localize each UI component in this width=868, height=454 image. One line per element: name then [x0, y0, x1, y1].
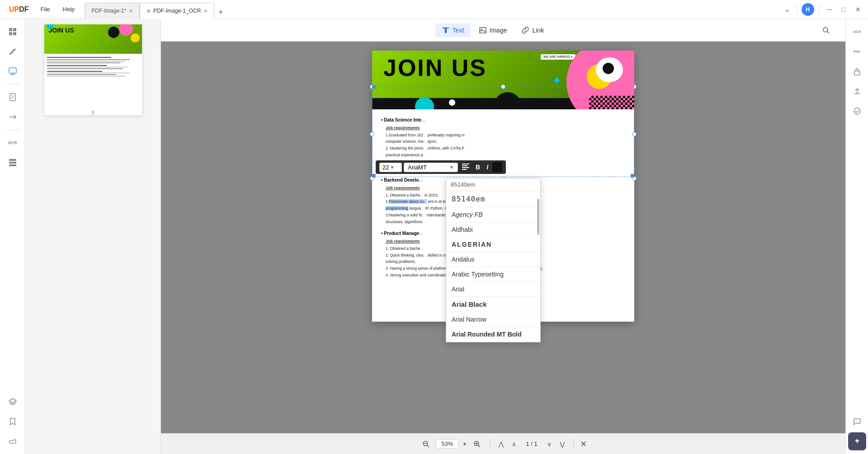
font-name-arrow[interactable]: ▼: [449, 165, 454, 170]
color-swatch[interactable]: [492, 162, 502, 172]
title-bar: UPDF File Help PDF-Image-1* ✕ ⊕ PDF-Imag…: [0, 0, 868, 19]
font-scrollbar[interactable]: [537, 199, 539, 235]
doc-text-ds-2: computer science, ma... ajors;: [386, 139, 625, 145]
font-item-algerian[interactable]: ALGERIAN: [446, 237, 540, 252]
svg-point-32: [854, 108, 860, 114]
tab-close-1[interactable]: ✕: [129, 8, 133, 14]
sidebar-icon-organize[interactable]: [4, 154, 22, 172]
thumbnail-page-1[interactable]: JOIN US: [44, 24, 142, 115]
next-page-button[interactable]: ∨: [545, 440, 554, 449]
add-tab-button[interactable]: +: [214, 6, 227, 19]
menu-bar: File Help: [34, 0, 81, 19]
font-item-arial-rounded[interactable]: Arial Rounded MT Bold: [446, 327, 540, 342]
handle-top-mid[interactable]: [501, 84, 505, 89]
zoom-dropdown-button[interactable]: ▼: [462, 441, 467, 447]
user-avatar[interactable]: H: [802, 3, 814, 16]
svg-rect-12: [9, 162, 16, 164]
zoom-level-display: 53%: [436, 439, 458, 449]
first-page-button[interactable]: ⋀: [496, 440, 506, 449]
format-toolbar: 22 ▼ AriaMT ▼: [376, 160, 506, 174]
font-name-selector[interactable]: AriaMT ▼: [404, 163, 458, 172]
svg-rect-16: [480, 28, 486, 33]
right-sidebar-icon-ocr[interactable]: OCR: [848, 23, 866, 41]
search-button[interactable]: [816, 23, 836, 37]
logo-up: UP: [9, 5, 19, 14]
svg-rect-2: [9, 32, 12, 35]
resize-corner-tl[interactable]: [372, 85, 376, 89]
right-sidebar-icon-pdf[interactable]: PDF: [848, 42, 866, 61]
doc-text-ds-4: practical experience p...: [386, 152, 625, 158]
section-title-data-science: • Data Science Inte...: [381, 117, 625, 123]
font-search-input[interactable]: [446, 178, 540, 191]
tab-pdf-image-1-ocr[interactable]: ⊕ PDF-Image-1_OCR ✕: [140, 3, 214, 19]
decor-eye-area: [596, 57, 623, 82]
right-sidebar-icon-check[interactable]: [848, 102, 866, 120]
right-sidebar-icon-upload[interactable]: [848, 82, 866, 100]
font-item-aldhabi[interactable]: Aldhabi: [446, 222, 540, 237]
font-item-arial-black[interactable]: Arial Black: [446, 297, 540, 312]
right-sidebar-icon-lock[interactable]: [848, 62, 866, 80]
svg-rect-15: [445, 28, 447, 33]
thumbnail-image: JOIN US: [44, 24, 142, 108]
decor-checker: [589, 96, 634, 109]
maximize-button[interactable]: □: [838, 4, 849, 15]
align-button[interactable]: [460, 163, 472, 172]
text-label: Text: [453, 27, 464, 34]
app-logo[interactable]: UPDF: [4, 5, 34, 14]
window-list-button[interactable]: ⌄: [783, 3, 792, 15]
font-item-agency[interactable]: Agency FB: [446, 207, 540, 222]
svg-line-19: [827, 32, 829, 33]
link-tool-button[interactable]: Link: [515, 23, 550, 37]
right-sidebar-icon-magic[interactable]: [848, 432, 866, 450]
sidebar-icon-bookmark[interactable]: [4, 412, 22, 431]
bold-button[interactable]: B: [473, 163, 482, 172]
menu-help[interactable]: Help: [57, 0, 81, 19]
decor-star: ✦: [552, 73, 562, 88]
font-size-arrow[interactable]: ▼: [390, 165, 394, 170]
tab-pdf-image-1[interactable]: PDF-Image-1* ✕: [85, 3, 140, 19]
font-item-arabic[interactable]: Arabic Typesetting: [446, 267, 540, 282]
text-tool-button[interactable]: Text: [435, 23, 471, 37]
sidebar-icon-thumbnail[interactable]: [4, 23, 22, 41]
sidebar-icon-edit[interactable]: [4, 42, 22, 61]
sidebar-icon-layers[interactable]: [4, 393, 22, 411]
font-list: 85140em Agency FB Aldhabi ALGERIAN Andal…: [446, 191, 540, 342]
page-canvas[interactable]: JOIN US WE ARE HIRINGS ▸: [161, 42, 845, 433]
image-tool-button[interactable]: Image: [472, 23, 514, 37]
menu-file[interactable]: File: [34, 0, 57, 19]
italic-button[interactable]: I: [484, 163, 491, 172]
prev-page-button[interactable]: ∧: [509, 440, 519, 449]
close-button[interactable]: ✕: [852, 4, 864, 15]
handle-mid-left[interactable]: [370, 132, 374, 136]
align-icon: [462, 164, 469, 170]
sidebar-icon-convert[interactable]: [4, 108, 22, 126]
font-item-851[interactable]: 85140em: [446, 191, 540, 207]
zoom-out-button[interactable]: [420, 438, 432, 450]
minimize-button[interactable]: ─: [824, 4, 835, 15]
image-label: Image: [490, 27, 507, 34]
tab-close-2[interactable]: ✕: [203, 8, 208, 14]
right-sidebar-icon-comment[interactable]: [848, 412, 866, 431]
resize-corner-br[interactable]: [631, 174, 634, 178]
font-item-andalus[interactable]: Andalus: [446, 252, 540, 267]
font-size-selector[interactable]: 22 ▼: [379, 163, 402, 172]
sidebar-icon-attach[interactable]: [4, 432, 22, 450]
sidebar-icon-ocr[interactable]: OCR: [4, 134, 22, 152]
sidebar-icon-pages[interactable]: [4, 88, 22, 106]
svg-rect-23: [462, 169, 467, 170]
font-item-arial-narrow[interactable]: Arial Narrow: [446, 312, 540, 327]
resize-corner-bl[interactable]: [372, 174, 376, 178]
svg-rect-4: [9, 68, 16, 73]
toolbar-group-edit: Text Image Link: [435, 23, 550, 37]
zoom-in-button[interactable]: [471, 438, 483, 450]
sidebar-icon-annotate[interactable]: [4, 62, 22, 80]
page-wrapper: JOIN US WE ARE HIRINGS ▸: [372, 51, 634, 424]
close-toolbar-button[interactable]: ✕: [580, 439, 587, 449]
font-item-arial[interactable]: Arial: [446, 282, 540, 297]
doc-text-ds-1: 1.Graduated from 202... preferably major…: [386, 132, 625, 138]
handle-mid-right[interactable]: [632, 132, 637, 136]
last-page-button[interactable]: ⋁: [557, 440, 567, 449]
svg-rect-13: [9, 164, 16, 166]
search-icon: [822, 26, 830, 34]
font-name-value: AriaMT: [408, 164, 427, 171]
